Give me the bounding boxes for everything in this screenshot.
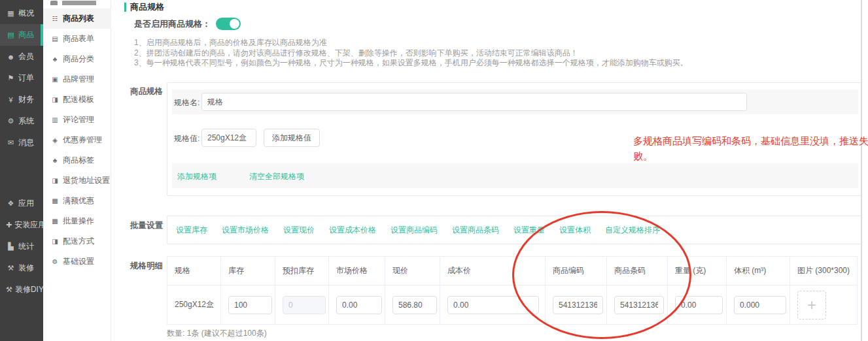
rail-item-orders[interactable]: ⚑订单 <box>0 67 43 89</box>
goods-submenu: ☷商品列表 ▤商品表单 ♣商品分类 ▣品牌管理 ◨配送模板 ▥评论管理 ◈优惠券… <box>43 0 111 341</box>
submenu-item-brand[interactable]: ▣品牌管理 <box>43 69 111 89</box>
members-icon: ☻ <box>6 53 16 61</box>
submenu-list: ☷商品列表 ▤商品表单 ♣商品分类 ▣品牌管理 ◨配送模板 ▥评论管理 ◈优惠券… <box>43 8 111 272</box>
batch-section-label: 批量设置 <box>130 220 163 231</box>
clear-all-spec-link[interactable]: 清空全部规格项 <box>249 171 304 182</box>
rail-item-install-apps[interactable]: ✚安装应用 <box>0 214 43 236</box>
rail-label: 装修 <box>18 263 34 274</box>
delivery-truck-icon: ◨ <box>50 238 60 245</box>
table-header-row: 规格 库存 预扣库存 市场价格 现价 成本价 商品编码 商品条码 重量 (克) … <box>167 257 858 285</box>
goods-list-icon: ☷ <box>50 15 60 22</box>
goods-tags-icon: ♣ <box>50 157 60 164</box>
rail-item-statistics[interactable]: ▙统计 <box>0 236 43 257</box>
rail-item-goods[interactable]: ▤商品 <box>0 24 43 46</box>
submenu-label: 基础设置 <box>63 256 94 267</box>
rail-label: 装修DIY <box>15 284 44 295</box>
rail-item-members[interactable]: ☻会员 <box>0 46 43 67</box>
row-count-text: 数量: 1条 (建议不超过100条) <box>167 328 267 339</box>
image-upload-box[interactable]: + <box>797 291 826 319</box>
batch-link-custom-sort[interactable]: 自定义规格排序 <box>605 225 660 236</box>
weight-input[interactable] <box>675 296 723 314</box>
goods-barcode-input[interactable] <box>614 296 664 314</box>
batch-link-cost-price[interactable]: 设置成本价格 <box>329 225 376 236</box>
system-gears-icon: ⚙ <box>6 117 16 125</box>
submenu-label: 优惠券管理 <box>63 135 102 146</box>
spec-section-label: 商品规格 <box>130 86 163 97</box>
batch-link-weight[interactable]: 设置重量 <box>513 225 545 236</box>
cell-spec-name: 250gX12盒 <box>167 285 221 325</box>
title-accent-bar <box>124 3 126 12</box>
enable-spec-label: 是否启用商品规格： <box>134 18 211 30</box>
toggle-knob <box>230 19 239 29</box>
goods-code-input[interactable] <box>553 296 603 314</box>
submenu-label: 评论管理 <box>63 114 94 125</box>
add-spec-item-link[interactable]: 添加规格项 <box>177 171 217 182</box>
submenu-item-basic-settings[interactable]: ⚙基础设置 <box>43 252 111 272</box>
submenu-item-delivery-method[interactable]: ◨配送方式 <box>43 231 111 252</box>
batch-link-stock[interactable]: 设置库存 <box>176 225 207 236</box>
submenu-item-full-discount[interactable]: ▩满额优惠 <box>43 191 111 211</box>
rail-label: 订单 <box>18 73 34 84</box>
batch-settings-panel: 设置库存 设置市场价格 设置现价 设置成本价格 设置商品编码 设置商品条码 设置… <box>167 216 862 244</box>
rail-item-decorate[interactable]: ⚒装修 <box>0 257 43 279</box>
submenu-label: 商品分类 <box>63 54 94 65</box>
submenu-item-comments[interactable]: ▥评论管理 <box>43 110 111 130</box>
goods-icon: ▤ <box>6 31 16 39</box>
col-cost-price: 成本价 <box>440 257 546 285</box>
note-line: 2、拼团活动创建后的商品，请勿对该商品进行修改规格、下架、删除等操作，否则影响下… <box>134 48 688 59</box>
submenu-item-goods-list[interactable]: ☷商品列表 <box>43 8 111 29</box>
col-volume: 体积 (m³) <box>727 257 790 285</box>
batch-link-market-price[interactable]: 设置市场价格 <box>222 225 269 236</box>
category-sitemap-icon: ♣ <box>50 56 60 63</box>
rail-item-decorate-diy[interactable]: ⚒装修DIY <box>0 279 43 300</box>
batch-link-volume[interactable]: 设置体积 <box>559 225 591 236</box>
col-market-price: 市场价格 <box>329 257 385 285</box>
dashboard-icon: ▦ <box>6 9 16 18</box>
submenu-label: 商品标签 <box>63 155 94 166</box>
rail-item-overview[interactable]: ▦概况 <box>0 3 43 24</box>
section-title-bar: 商品规格 <box>124 1 164 13</box>
comments-icon: ▥ <box>50 116 60 123</box>
submenu-item-goods-form[interactable]: ▤商品表单 <box>43 29 111 49</box>
rail-label: 系统 <box>18 116 34 127</box>
submenu-item-batch-ops[interactable]: ▩批量操作 <box>43 211 111 231</box>
rail-item-finance[interactable]: ¥财务 <box>0 89 43 110</box>
submenu-label: 退货地址设置 <box>63 175 110 186</box>
apps-nodes-icon: ❖ <box>6 199 16 208</box>
col-weight: 重量 (克) <box>668 257 727 285</box>
rail-label: 会员 <box>18 51 34 62</box>
submenu-item-partial-cutoff[interactable] <box>43 0 111 5</box>
main-nav-rail: ▦概况 ▤商品 ☻会员 ⚑订单 ¥财务 ⚙系统 ✉消息 ❖应用 ✚安装应用 ▙统… <box>0 0 43 341</box>
submenu-item-return-address[interactable]: ◨退货地址设置 <box>43 170 111 191</box>
stock-input[interactable] <box>228 296 272 314</box>
batch-link-goods-barcode[interactable]: 设置商品条码 <box>452 225 499 236</box>
batch-link-current-price[interactable]: 设置现价 <box>283 225 315 236</box>
add-spec-value-button[interactable]: 添加规格值 <box>264 129 320 147</box>
spec-value-input[interactable] <box>201 129 256 147</box>
volume-input[interactable] <box>734 296 786 314</box>
market-price-input[interactable] <box>336 296 382 314</box>
spec-name-input[interactable] <box>201 93 747 111</box>
red-annotation-note: 多规格商品填写编码和条码，基础信息里没填，推送失败。 <box>633 133 868 163</box>
note-line: 3、每一种规格代表不同型号，例如颜色为一种规格，尺寸为一种规格，如果设置多规格，… <box>134 58 688 69</box>
submenu-item-coupons[interactable]: ◈优惠券管理 <box>43 130 111 150</box>
batch-link-goods-code[interactable]: 设置商品编码 <box>391 225 438 236</box>
coupon-tag-icon: ◈ <box>50 137 60 144</box>
submenu-item-goods-category[interactable]: ♣商品分类 <box>43 49 111 69</box>
submenu-item-shipping-template[interactable]: ◨配送模板 <box>43 89 111 110</box>
rail-item-system[interactable]: ⚙系统 <box>0 110 43 132</box>
rail-item-apps[interactable]: ❖应用 <box>0 193 43 214</box>
note-line: 1、启用商品规格后，商品的价格及库存以商品规格为准 <box>134 38 688 48</box>
batch-box-icon: ▩ <box>50 218 60 225</box>
spec-notes: 1、启用商品规格后，商品的价格及库存以商品规格为准 2、拼团活动创建后的商品，请… <box>134 38 688 69</box>
enable-spec-toggle[interactable] <box>216 18 241 30</box>
current-price-input[interactable] <box>392 296 437 314</box>
cost-price-input[interactable] <box>447 296 539 314</box>
submenu-item-goods-tags[interactable]: ♣商品标签 <box>43 150 111 170</box>
settings-gear-icon: ⚙ <box>50 258 60 265</box>
rail-item-messages[interactable]: ✉消息 <box>0 132 43 154</box>
rail-label: 消息 <box>18 137 34 148</box>
brand-briefcase-icon: ▣ <box>50 76 60 83</box>
submenu-label: 配送模板 <box>63 94 94 105</box>
decorate-diy-icon: ⚒ <box>6 285 12 294</box>
